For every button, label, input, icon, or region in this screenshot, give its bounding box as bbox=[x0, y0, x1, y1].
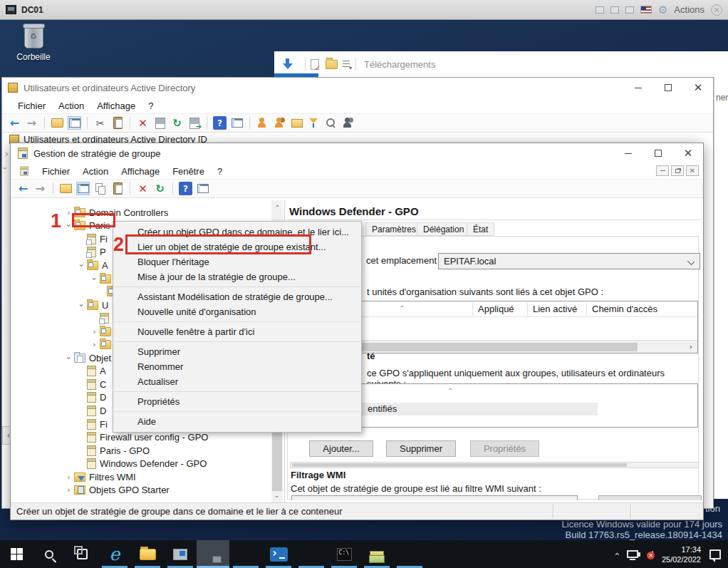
minimize-button[interactable] bbox=[613, 143, 643, 163]
menubar-item[interactable]: Fichier bbox=[42, 166, 70, 177]
cmd-icon[interactable] bbox=[328, 540, 360, 568]
tree-item[interactable]: Windows Defender - GPO bbox=[16, 457, 271, 470]
separator-icon[interactable] bbox=[44, 117, 45, 129]
context-menu-item[interactable]: Propriétés bbox=[113, 394, 361, 409]
separator-icon[interactable] bbox=[249, 117, 250, 129]
network-icon[interactable] bbox=[627, 550, 638, 558]
menubar-item[interactable]: Affichage bbox=[121, 166, 160, 177]
file-explorer-icon[interactable] bbox=[131, 540, 164, 568]
gpo-scroll-icon[interactable] bbox=[295, 540, 328, 568]
tree-expander-icon[interactable] bbox=[63, 353, 74, 363]
remove-button[interactable]: Supprimer bbox=[386, 440, 456, 457]
context-menu-item[interactable]: Aide bbox=[113, 414, 361, 429]
scroll-down-icon[interactable]: › bbox=[271, 491, 283, 502]
clock[interactable]: 17:34 25/02/2022 bbox=[662, 544, 701, 564]
vm-thumbnail-button[interactable] bbox=[610, 6, 619, 14]
context-menu-item[interactable] bbox=[114, 321, 360, 322]
show-hidden-icons-icon[interactable]: › bbox=[611, 552, 622, 556]
tree-expander-icon[interactable] bbox=[63, 473, 74, 482]
up-one-level-icon[interactable] bbox=[51, 116, 64, 130]
vm-close-icon[interactable]: ✕ bbox=[711, 4, 722, 16]
tree-item[interactable]: Firewall user config - GPO bbox=[16, 430, 271, 444]
keyboard-layout-flag-icon[interactable] bbox=[640, 6, 652, 14]
filter-icon[interactable] bbox=[307, 116, 321, 130]
action-center-icon[interactable] bbox=[709, 549, 721, 559]
separator-icon[interactable] bbox=[207, 117, 207, 129]
context-menu-item[interactable] bbox=[114, 341, 360, 342]
menubar-item[interactable]: Action bbox=[58, 100, 84, 111]
tree-item[interactable]: Paris - GPO bbox=[16, 444, 271, 458]
context-menu-item[interactable]: Renommer bbox=[113, 359, 361, 374]
gpmc-titlebar[interactable]: Gestion de stratégie de groupe ✕ bbox=[11, 143, 703, 163]
context-menu-item[interactable]: Mise à jour de la stratégie de groupe... bbox=[113, 269, 361, 284]
paste-icon[interactable] bbox=[110, 182, 124, 195]
volume-muted-icon[interactable] bbox=[647, 551, 653, 558]
menubar-item[interactable]: Fichier bbox=[18, 100, 46, 111]
context-menu-item[interactable]: Assistant Modélisation de stratégie de g… bbox=[113, 289, 361, 304]
menubar-item[interactable]: ? bbox=[217, 166, 222, 177]
wmi-filter-combobox[interactable] bbox=[291, 495, 578, 500]
task-view-icon[interactable] bbox=[66, 540, 98, 568]
document-check-icon[interactable] bbox=[311, 59, 319, 70]
new-group-icon[interactable] bbox=[273, 116, 286, 130]
help-icon[interactable] bbox=[179, 182, 192, 195]
forward-icon[interactable] bbox=[25, 116, 38, 130]
tree-expander-icon[interactable] bbox=[76, 301, 87, 310]
location-combobox[interactable]: EPITAF.local bbox=[438, 253, 700, 269]
menubar-item[interactable]: Fenêtre bbox=[172, 166, 204, 177]
tree-expander-icon[interactable]: › bbox=[5, 149, 9, 159]
menubar-item[interactable]: ? bbox=[148, 100, 153, 111]
column-header[interactable]: Lien activé bbox=[533, 304, 577, 314]
context-menu-item[interactable]: Supprimer bbox=[113, 344, 361, 359]
tree-expander-icon[interactable] bbox=[89, 274, 100, 284]
copy-icon[interactable] bbox=[93, 182, 107, 195]
menubar-item[interactable]: Affichage bbox=[97, 100, 135, 111]
list-icon[interactable] bbox=[153, 116, 167, 130]
console-window-icon[interactable] bbox=[230, 116, 244, 130]
context-menu-item[interactable]: Actualiser bbox=[113, 374, 361, 389]
tree-expander-icon[interactable] bbox=[63, 485, 74, 495]
start-icon[interactable] bbox=[0, 540, 33, 568]
scrollbar-thumb[interactable] bbox=[292, 463, 627, 467]
ad-window-titlebar[interactable]: Utilisateurs et ordinateurs Active Direc… bbox=[2, 78, 713, 98]
refresh-icon[interactable] bbox=[153, 182, 167, 195]
close-button[interactable]: ✕ bbox=[673, 143, 703, 163]
gpo-scroll-icon[interactable] bbox=[393, 540, 426, 568]
console-tree-icon[interactable] bbox=[68, 116, 81, 130]
console-window-icon[interactable] bbox=[196, 182, 209, 195]
menubar-item[interactable]: Action bbox=[83, 166, 108, 177]
column-header[interactable]: Appliqué bbox=[478, 304, 514, 314]
new-user-icon[interactable] bbox=[256, 116, 269, 130]
pane-horizontal-scrollbar[interactable] bbox=[290, 462, 699, 468]
server-manager-icon[interactable] bbox=[164, 540, 197, 568]
context-menu-item[interactable] bbox=[114, 411, 360, 412]
scroll-right-icon[interactable]: › bbox=[686, 342, 696, 352]
gpo-scroll-icon[interactable] bbox=[229, 540, 262, 568]
up-one-level-icon[interactable] bbox=[59, 182, 73, 195]
tree-item[interactable]: Objets GPO Starter bbox=[16, 483, 271, 497]
column-header[interactable]: Chemin d'accès bbox=[592, 304, 657, 314]
tree-expander-icon[interactable]: › bbox=[0, 167, 10, 170]
console-tree-icon[interactable] bbox=[76, 182, 90, 195]
folder-icon[interactable] bbox=[326, 60, 338, 69]
tree-expander-icon[interactable] bbox=[89, 340, 100, 349]
cut-icon[interactable] bbox=[93, 116, 107, 130]
add-button[interactable]: Ajouter... bbox=[309, 440, 373, 457]
mdi-restore-button[interactable] bbox=[671, 165, 684, 176]
vm-actions-button[interactable]: Actions bbox=[674, 4, 704, 15]
refresh-icon[interactable] bbox=[170, 116, 184, 130]
delete-icon[interactable] bbox=[136, 116, 150, 130]
download-arrow-icon[interactable] bbox=[283, 58, 293, 70]
close-button[interactable]: ✕ bbox=[683, 78, 713, 98]
separator-icon[interactable] bbox=[130, 182, 130, 195]
gpmc-icon[interactable] bbox=[197, 540, 229, 568]
help-icon[interactable] bbox=[213, 116, 227, 130]
separator-icon[interactable] bbox=[53, 182, 53, 195]
maximize-button[interactable] bbox=[643, 143, 673, 163]
maximize-button[interactable] bbox=[653, 78, 683, 98]
internet-explorer-icon[interactable] bbox=[98, 540, 131, 568]
context-menu-item[interactable]: Nouvelle unité d'organisation bbox=[113, 304, 361, 319]
paste-icon[interactable] bbox=[110, 116, 124, 130]
context-menu-item[interactable] bbox=[114, 286, 360, 287]
search-icon[interactable] bbox=[33, 540, 66, 568]
